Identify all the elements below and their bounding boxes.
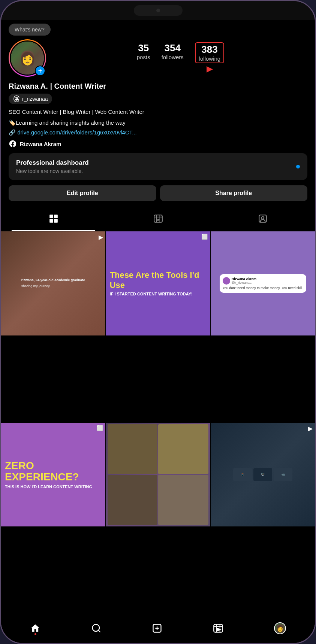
reels-nav-icon (213, 623, 223, 634)
home-active-dot (34, 633, 36, 635)
grid-cell-4[interactable]: ZERO EXPERIENCE? THIS IS HOW I'D LEARN C… (1, 423, 105, 527)
threads-handle[interactable]: r_rizwanaa (9, 94, 52, 104)
share-profile-button[interactable]: Share profile (160, 185, 308, 201)
grid-cell-1[interactable]: rizwana, 24-year-old academic graduate s… (1, 231, 105, 335)
svg-point-10 (261, 217, 264, 219)
card-body: You don't need money to make money. You … (223, 286, 303, 290)
notch-pill (134, 5, 183, 16)
facebook-name: Rizwana Akram (20, 141, 61, 147)
tab-tagged[interactable] (210, 209, 315, 231)
video-play-icon: ▶ (99, 234, 103, 241)
card-header: Rizwana Akram @r_rizwanaa (223, 277, 303, 285)
nav-profile[interactable]: 👩 (268, 619, 292, 637)
profile-area: What's new? 👩 + 35 posts (1, 20, 315, 209)
mini-avatar (223, 277, 230, 285)
grid-cell-4-sub: THIS IS HOW I'D LEARN CONTENT WRITING (5, 484, 102, 489)
grid-tab-icon (49, 214, 58, 226)
edit-profile-button[interactable]: Edit profile (9, 185, 156, 201)
facebook-icon (9, 140, 17, 148)
threads-handle-text: r_rizwanaa (22, 96, 48, 102)
grid-cell-3-bg: Rizwana Akram @r_rizwanaa You don't need… (211, 231, 315, 335)
nav-reels[interactable] (207, 620, 229, 637)
screen: What's new? 👩 + 35 posts (1, 20, 315, 643)
tab-grid[interactable] (1, 209, 106, 231)
grid-cell-5-bg (106, 423, 210, 527)
dashboard-title: Professional dashboard (16, 159, 89, 167)
post-grid: rizwana, 24-year-old academic graduate s… (1, 231, 315, 613)
card-name: Rizwana Akram (232, 277, 256, 281)
action-buttons: Edit profile Share profile (9, 185, 307, 201)
nav-home[interactable] (24, 620, 46, 637)
carousel-icon-2: ⬜ (97, 425, 103, 431)
dashboard-sub: New tools are now available. (16, 168, 89, 174)
svg-rect-1 (54, 215, 58, 218)
card-handle: @r_rizwanaa (232, 281, 256, 285)
bio-link[interactable]: 🔗 drive.google.com/drive/folders/1g6x0xv… (9, 129, 307, 136)
grid-cell-2-sub: IF I STARTED CONTENT WRITING TODAY! (110, 292, 207, 296)
dashboard-card[interactable]: Professional dashboard New tools are now… (9, 153, 307, 180)
facebook-row: Rizwana Akram (9, 140, 307, 148)
grid-cell-2[interactable]: These Are the Tools I'd Use IF I STARTED… (106, 231, 210, 335)
threads-icon (13, 95, 20, 102)
add-icon (152, 623, 162, 634)
stat-posts[interactable]: 35 posts (137, 42, 150, 74)
grid-cell-4-main: ZERO EXPERIENCE? (5, 460, 102, 483)
profile-header: 👩 + 35 posts 354 followers (9, 39, 307, 77)
card-name-block: Rizwana Akram @r_rizwanaa (232, 277, 256, 285)
tab-reels[interactable] (106, 209, 210, 231)
grid-cell-5[interactable] (106, 423, 210, 527)
dashboard-notification-dot (296, 165, 300, 168)
camera-dot (156, 9, 160, 12)
cursor-arrow-icon: ▶ (207, 64, 213, 74)
phone-shell: What's new? 👩 + 35 posts (0, 0, 316, 644)
avatar-add-button[interactable]: + (35, 66, 45, 76)
search-icon (91, 623, 102, 634)
svg-point-11 (92, 624, 99, 631)
profile-name: Rizwana A. | Content Writer (9, 82, 307, 91)
dashboard-info: Professional dashboard New tools are now… (16, 159, 89, 174)
followers-label: followers (162, 54, 184, 60)
grid-cell-2-content: These Are the Tools I'd Use IF I STARTED… (106, 267, 210, 300)
following-highlight-box: 383 following (195, 42, 224, 63)
grid-cell-1-bg: rizwana, 24-year-old academic graduate s… (1, 231, 105, 335)
grid-cell-6-content: 📱 🖥️ 📹 (231, 466, 295, 483)
followers-count: 354 (162, 42, 184, 54)
stat-followers[interactable]: 354 followers (162, 42, 184, 74)
grid-cell-4-bg: ZERO EXPERIENCE? THIS IS HOW I'D LEARN C… (1, 423, 105, 527)
reels-tab-icon (153, 214, 163, 226)
avatar-wrapper[interactable]: 👩 + (9, 39, 46, 77)
tagged-tab-icon (258, 214, 268, 226)
grid-cell-6-devices: 📱 🖥️ 📹 (233, 468, 292, 481)
following-count: 383 (201, 44, 217, 55)
grid-cell-3-card: Rizwana Akram @r_rizwanaa You don't need… (220, 274, 306, 293)
phone-notch (1, 1, 315, 20)
nav-search[interactable] (85, 620, 108, 637)
carousel-icon: ⬜ (201, 234, 208, 240)
nav-profile-avatar: 👩 (274, 622, 286, 634)
grid-cell-2-main: These Are the Tools I'd Use (110, 270, 207, 290)
video-play-icon-2: ▶ (308, 425, 313, 432)
grid-cell-6-bg: 📱 🖥️ 📹 (211, 423, 315, 527)
grid-cell-3[interactable]: Rizwana Akram @r_rizwanaa You don't need… (211, 231, 315, 335)
posts-label: posts (137, 54, 150, 60)
bio-text-1: SEO Content Writer | Blog Writer | Web C… (9, 108, 307, 116)
svg-rect-4 (154, 215, 162, 222)
grid-cell-6[interactable]: 📱 🖥️ 📹 ▶ (211, 423, 315, 527)
nav-add[interactable] (146, 620, 168, 637)
tabs-row (1, 209, 315, 231)
grid-cell-5-collage (106, 423, 210, 527)
whats-new-badge[interactable]: What's new? (9, 24, 51, 36)
stats-row: 35 posts 354 followers 383 following ▶ (54, 42, 307, 74)
bio-text-2: 🏷️Learning and sharing insights along th… (9, 119, 307, 127)
bottom-nav: 👩 (1, 613, 315, 643)
home-icon (30, 623, 40, 634)
svg-rect-3 (54, 219, 58, 223)
following-label: following (199, 55, 220, 62)
stat-following[interactable]: 383 following ▶ (195, 42, 224, 74)
svg-rect-2 (49, 219, 53, 223)
posts-count: 35 (137, 42, 150, 54)
grid-cell-2-bg: These Are the Tools I'd Use IF I STARTED… (106, 231, 210, 335)
grid-cell-1-text: rizwana, 24-year-old academic graduate s… (18, 275, 88, 291)
grid-cell-4-content: ZERO EXPERIENCE? THIS IS HOW I'D LEARN C… (1, 456, 105, 493)
svg-rect-0 (49, 215, 53, 218)
